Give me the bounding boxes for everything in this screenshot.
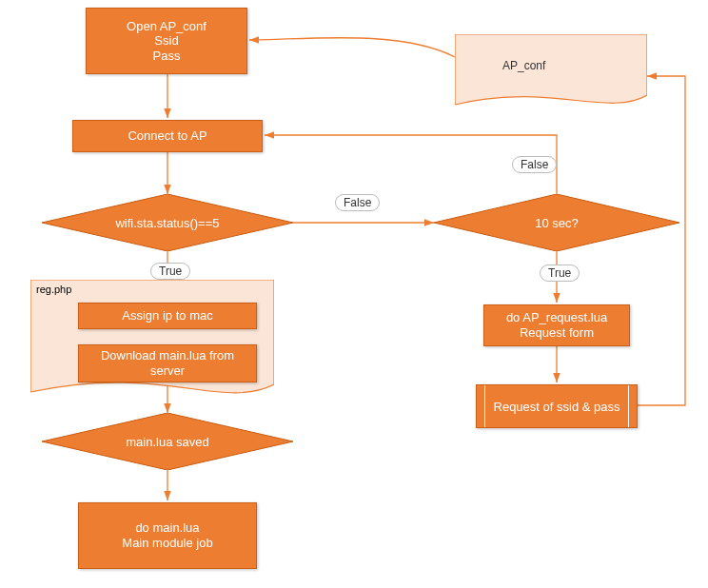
doc-label: AP_conf <box>502 59 545 72</box>
label-false: False <box>335 194 380 211</box>
label-false: False <box>512 156 557 173</box>
doc-reg-php: reg.php <box>30 280 274 403</box>
node-label: Connect to AP <box>128 128 206 144</box>
doc-label: reg.php <box>36 284 71 295</box>
node-label: Download main.lua from server <box>83 348 252 378</box>
node-main-saved: main.lua saved <box>42 413 293 470</box>
node-open-ap-conf: Open AP_conf Ssid Pass <box>86 8 247 74</box>
node-do-ap-request: do AP_request.lua Request form <box>483 304 630 346</box>
label-true: True <box>540 265 580 282</box>
node-ten-sec: 10 sec? <box>434 194 679 251</box>
node-label: Request of ssid & pass <box>482 400 632 414</box>
node-label: do main.lua Main module job <box>122 520 212 550</box>
label-true: True <box>150 263 190 280</box>
node-label: Open AP_conf Ssid Pass <box>127 19 206 64</box>
node-wifi-status: wifi.sta.status()==5 <box>42 194 293 251</box>
node-label: Assign ip to mac <box>122 308 212 323</box>
node-label: wifi.sta.status()==5 <box>115 216 219 230</box>
node-label: do AP_request.lua Request form <box>506 310 607 340</box>
node-label: main.lua saved <box>126 435 208 449</box>
doc-ap-conf: AP_conf <box>455 34 647 112</box>
node-download-main: Download main.lua from server <box>78 344 257 382</box>
node-connect-ap: Connect to AP <box>72 120 263 152</box>
node-request-ssid: Request of ssid & pass <box>476 384 638 428</box>
node-label: 10 sec? <box>535 216 579 230</box>
node-do-main: do main.lua Main module job <box>78 502 257 569</box>
node-assign-ip: Assign ip to mac <box>78 303 257 329</box>
